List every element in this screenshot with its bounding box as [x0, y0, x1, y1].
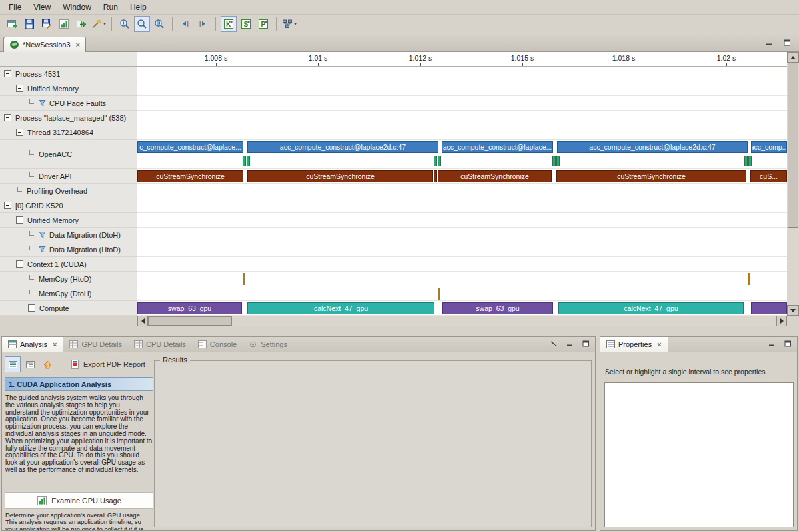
tab-gpu-details[interactable]: GPU Details	[63, 337, 128, 352]
horizontal-scroll-thumb[interactable]	[148, 316, 232, 326]
export-pdf-button[interactable]: Export PDF Report	[65, 356, 150, 372]
maximize-icon[interactable]	[784, 39, 791, 46]
memcpy-dtoh-marker[interactable]	[438, 288, 440, 300]
openacc-marker[interactable]	[552, 156, 556, 166]
configure-metrics-button[interactable]: ▾	[91, 16, 107, 32]
tree-row-memcpy-dtoh-[interactable]: MemCpy (DtoH)	[0, 286, 137, 301]
dropdown-arrow-icon[interactable]: ▾	[294, 21, 297, 27]
minimize-icon[interactable]	[766, 39, 773, 46]
openacc-interval[interactable]: acc_compute_construct@laplace2d.c:47	[247, 141, 438, 153]
compute-kernel-interval[interactable]: calcNext_47_gpu	[247, 302, 434, 314]
compute-kernel-interval[interactable]: swap_63_gpu	[137, 302, 242, 314]
openacc-interval[interactable]: acc_compute_construct@laplace...	[442, 141, 553, 153]
tab-cpu-details[interactable]: CPU Details	[128, 337, 192, 352]
tab-settings[interactable]: Settings	[243, 337, 293, 352]
tree-row-driver-api[interactable]: Driver API	[0, 169, 137, 184]
back-button[interactable]	[39, 356, 55, 372]
next-marker-button[interactable]	[195, 16, 211, 32]
menu-item-view[interactable]: View	[27, 1, 57, 13]
tree-row-process-laplace-managed-538-[interactable]: Process "laplace_managed" (538)	[0, 111, 137, 125]
unguided-analysis-button[interactable]	[22, 356, 38, 372]
vertical-scrollbar[interactable]	[787, 52, 799, 316]
openacc-interval[interactable]: c_compute_construct@laplace...	[137, 141, 243, 153]
menu-item-file[interactable]: File	[3, 1, 27, 13]
scroll-left-button[interactable]	[137, 316, 148, 326]
save-button[interactable]	[21, 16, 37, 32]
driver-api-interval[interactable]: cuStreamSynchronize	[247, 170, 433, 182]
tree-row-context-1-cuda-[interactable]: Context 1 (CUDA)	[0, 257, 137, 272]
openacc-marker[interactable]	[748, 156, 752, 166]
new-session-button[interactable]	[4, 16, 20, 32]
driver-api-interval[interactable]: cuStreamSynchronize	[556, 170, 746, 182]
compute-kernel-interval[interactable]	[751, 302, 787, 314]
driver-api-interval[interactable]	[434, 170, 437, 182]
tree-row-thread-3172140864[interactable]: Thread 3172140864	[0, 125, 137, 140]
dropdown-arrow-icon[interactable]: ▾	[103, 21, 106, 27]
maximize-icon[interactable]	[582, 340, 590, 347]
scroll-up-button[interactable]	[787, 52, 799, 63]
tab-console[interactable]: Console	[192, 337, 243, 352]
compute-kernel-interval[interactable]: calcNext_47_gpu	[558, 302, 744, 314]
menu-item-run[interactable]: Run	[97, 1, 124, 13]
scroll-down-button[interactable]	[787, 305, 799, 316]
openacc-interval[interactable]: acc_compute_construct@laplace2d.c:47	[557, 141, 748, 153]
memcpy-htod-marker[interactable]	[243, 273, 245, 285]
close-icon[interactable]: ×	[657, 340, 661, 348]
tree-row-data-migration-htod-[interactable]: Data Migration (HtoD)	[0, 242, 137, 257]
tab-properties[interactable]: Properties×	[600, 337, 668, 352]
run-analysis-button[interactable]: ▾	[281, 16, 297, 32]
save-as-button[interactable]	[39, 16, 55, 32]
collapse-toggle-icon[interactable]	[4, 70, 11, 77]
vertical-scroll-thumb[interactable]	[788, 63, 798, 228]
stream-filter-button[interactable]: S	[238, 16, 254, 32]
tree-row--0-grid-k520[interactable]: [0] GRID K520	[0, 198, 137, 213]
process-filter-button[interactable]: P	[255, 16, 271, 32]
guided-analysis-button[interactable]	[5, 356, 21, 372]
scroll-right-button[interactable]	[776, 316, 787, 326]
collapse-toggle-icon[interactable]	[16, 129, 23, 136]
tree-row-data-migration-dtoh-[interactable]: Data Migration (DtoH)	[0, 228, 137, 242]
view-menu-icon[interactable]	[550, 340, 558, 347]
horizontal-scrollbar[interactable]	[137, 316, 787, 326]
openacc-interval[interactable]: acc_comp...	[751, 141, 787, 153]
session-tab[interactable]: *NewSession3 ×	[3, 37, 86, 52]
collapse-toggle-icon[interactable]	[16, 85, 23, 92]
tree-row-unified-memory[interactable]: Unified Memory	[0, 213, 137, 228]
tree-row-cpu-page-faults[interactable]: CPU Page Faults	[0, 96, 137, 111]
openacc-marker[interactable]	[243, 156, 246, 166]
collapse-toggle-icon[interactable]	[16, 216, 23, 224]
zoom-in-button[interactable]	[117, 16, 133, 32]
export-button[interactable]	[73, 16, 89, 32]
report-button[interactable]	[56, 16, 72, 32]
zoom-fit-button[interactable]	[151, 16, 167, 32]
tree-row-compute[interactable]: Compute	[0, 301, 137, 316]
tree-row-process-4531[interactable]: Process 4531	[0, 67, 137, 81]
compute-kernel-interval[interactable]: swap_63_gpu	[442, 302, 553, 314]
tree-row-openacc[interactable]: OpenACC	[0, 140, 137, 169]
menu-item-window[interactable]: Window	[57, 1, 97, 13]
collapse-toggle-icon[interactable]	[28, 304, 35, 312]
close-icon[interactable]: ×	[53, 340, 57, 348]
prev-marker-button[interactable]	[177, 16, 193, 32]
openacc-marker[interactable]	[438, 156, 441, 166]
menu-item-help[interactable]: Help	[124, 1, 153, 13]
tree-row-unified-memory[interactable]: Unified Memory	[0, 81, 137, 96]
openacc-marker[interactable]	[744, 156, 748, 166]
driver-api-interval[interactable]: cuS...	[750, 170, 787, 182]
kernel-filter-button[interactable]: K	[221, 16, 237, 32]
memcpy-htod-marker[interactable]	[748, 273, 750, 285]
driver-api-interval[interactable]: cuStreamSynchronize	[137, 170, 243, 182]
tree-row-memcpy-htod-[interactable]: MemCpy (HtoD)	[0, 272, 137, 286]
collapse-toggle-icon[interactable]	[16, 260, 23, 268]
collapse-toggle-icon[interactable]	[4, 202, 11, 209]
driver-api-interval[interactable]: cuStreamSynchronize	[438, 170, 552, 182]
openacc-marker[interactable]	[247, 156, 250, 166]
minimize-icon[interactable]	[768, 340, 776, 347]
collapse-toggle-icon[interactable]	[4, 114, 11, 121]
tree-row-profiling-overhead[interactable]: Profiling Overhead	[0, 184, 137, 198]
maximize-icon[interactable]	[784, 340, 792, 347]
close-icon[interactable]: ×	[76, 41, 80, 49]
tab-analysis[interactable]: Analysis×	[2, 337, 63, 352]
zoom-out-button[interactable]	[134, 16, 150, 32]
examine-gpu-usage-button[interactable]: Examine GPU Usage	[5, 492, 153, 509]
